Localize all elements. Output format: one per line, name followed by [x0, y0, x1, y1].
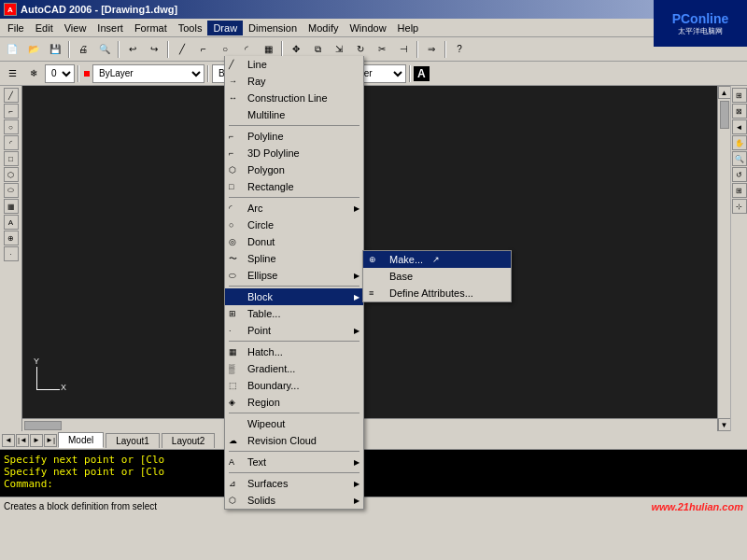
draw-hatch-tool[interactable]: ▦ — [4, 199, 19, 214]
zoom-all[interactable]: ⊠ — [732, 104, 747, 119]
menu-insert[interactable]: Insert — [92, 21, 129, 35]
ray-icon: → — [229, 77, 237, 86]
text-icon: A — [229, 457, 234, 467]
draw-ellipse-tool[interactable]: ⬭ — [4, 183, 19, 198]
zoom-realtime[interactable]: 🔍 — [732, 151, 747, 166]
menu-item-3dpolyline[interactable]: ⌐ 3D Polyline — [225, 145, 363, 161]
tab-model[interactable]: Model — [58, 432, 104, 448]
matchprop-button[interactable]: ⇒ — [421, 39, 442, 60]
print-button[interactable]: 🖨 — [73, 39, 93, 60]
menu-tools[interactable]: Tools — [173, 21, 208, 35]
new-button[interactable]: 📄 — [2, 39, 22, 60]
status-bar: Creates a block definition from select w… — [0, 497, 747, 515]
menu-item-text[interactable]: A Text — [225, 454, 363, 470]
draw-arc-tool[interactable]: ◜ — [4, 135, 19, 150]
menu-item-rectangle[interactable]: □ Rectangle — [225, 178, 363, 195]
hscroll-thumb[interactable] — [24, 421, 62, 430]
sep1 — [68, 41, 70, 58]
menu-dimension[interactable]: Dimension — [243, 21, 303, 35]
vscroll-up[interactable]: ▲ — [718, 86, 731, 99]
menu-item-region[interactable]: ◈ Region — [225, 394, 363, 411]
trim-button[interactable]: ✂ — [372, 39, 392, 60]
menu-item-block[interactable]: Block — [225, 288, 363, 305]
pline-button[interactable]: ⌐ — [193, 39, 214, 60]
zoom-prev[interactable]: ◄ — [732, 119, 747, 134]
line-button[interactable]: ╱ — [172, 39, 192, 60]
vscroll-down[interactable]: ▼ — [718, 418, 731, 431]
draw-circle-tool[interactable]: ○ — [4, 119, 19, 134]
menu-item-line[interactable]: ╱ Line — [225, 56, 363, 73]
vertical-scrollbar[interactable]: ▲ ▼ — [717, 86, 730, 431]
redo-button[interactable]: ↪ — [144, 39, 164, 60]
color-dropdown[interactable]: ByLayer — [92, 64, 204, 83]
draw-rect-tool[interactable]: □ — [4, 151, 19, 166]
draw-text-tool[interactable]: A — [4, 215, 19, 230]
open-button[interactable]: 📂 — [23, 39, 44, 60]
grid-button[interactable]: ⊞ — [732, 183, 747, 198]
menu-modify[interactable]: Modify — [303, 21, 344, 35]
menu-item-ellipse[interactable]: ⬭ Ellipse — [225, 267, 363, 284]
menu-item-solids[interactable]: ⬡ Solids — [225, 492, 363, 509]
undo-button[interactable]: ↩ — [122, 39, 143, 60]
menu-format[interactable]: Format — [129, 21, 173, 35]
menu-help[interactable]: Help — [392, 21, 425, 35]
menu-item-boundary[interactable]: ⬚ Boundary... — [225, 377, 363, 394]
zoom-window[interactable]: ⊞ — [732, 88, 747, 103]
menu-edit[interactable]: Edit — [30, 21, 59, 35]
layer-manager-button[interactable]: ☰ — [2, 63, 22, 84]
menu-item-table[interactable]: ⊞ Table... — [225, 305, 363, 322]
tab-prev-button[interactable]: ◄ — [2, 434, 15, 447]
menu-item-construction-line[interactable]: ↔ Construction Line — [225, 90, 363, 106]
tab-first-button[interactable]: |◄ — [16, 434, 29, 447]
preview-button[interactable]: 🔍 — [94, 39, 115, 60]
menu-item-spline[interactable]: 〜 Spline — [225, 250, 363, 267]
menu-item-donut[interactable]: ◎ Donut — [225, 233, 363, 250]
submenu-define-attributes[interactable]: ≡ Define Attributes... — [363, 285, 511, 301]
menu-item-wipeout[interactable]: Wipeout — [225, 415, 363, 432]
horizontal-scrollbar[interactable] — [22, 418, 717, 431]
menu-item-gradient[interactable]: ▒ Gradient... — [225, 360, 363, 377]
help-btn[interactable]: ? — [449, 39, 470, 60]
submenu-make[interactable]: ⊕ Make... ↗ — [363, 251, 511, 268]
menu-item-point[interactable]: · Point — [225, 322, 363, 339]
orbit-button[interactable]: ↺ — [732, 167, 747, 182]
menu-item-arc[interactable]: ◜ Arc — [225, 200, 363, 217]
menu-item-polyline[interactable]: ⌐ Polyline — [225, 128, 363, 145]
sep8 — [207, 65, 209, 82]
save-button[interactable]: 💾 — [45, 39, 65, 60]
draw-polygon-tool[interactable]: ⬡ — [4, 167, 19, 182]
extend-button[interactable]: ⊣ — [393, 39, 414, 60]
tab-layout1[interactable]: Layout1 — [106, 433, 160, 448]
polygon-icon: ⬡ — [229, 165, 236, 175]
layer-dropdown[interactable]: 0 — [45, 64, 75, 83]
submenu-base[interactable]: Base — [363, 268, 511, 285]
command-prompt: Command: — [4, 478, 743, 490]
menu-file[interactable]: File — [2, 21, 30, 35]
menu-view[interactable]: View — [59, 21, 92, 35]
draw-line-tool[interactable]: ╱ — [4, 88, 19, 103]
tab-layout2[interactable]: Layout2 — [162, 433, 216, 448]
menu-window[interactable]: Window — [344, 21, 391, 35]
menu-draw[interactable]: Draw — [207, 21, 243, 35]
tab-next-button[interactable]: ► — [30, 434, 43, 447]
layer-freeze-button[interactable]: ❄ — [23, 63, 44, 84]
color-swatch — [84, 71, 90, 77]
menu-item-revision-cloud[interactable]: ☁ Revision Cloud — [225, 432, 363, 449]
draw-pline-tool[interactable]: ⌐ — [4, 104, 19, 119]
menu-item-circle[interactable]: ○ Circle — [225, 217, 363, 233]
arc-icon: ◜ — [229, 203, 232, 213]
menu-item-multiline[interactable]: Multiline — [225, 106, 363, 123]
draw-block-tool[interactable]: ⊕ — [4, 231, 19, 245]
menu-item-ray[interactable]: → Ray — [225, 73, 363, 90]
menu-item-hatch[interactable]: ▦ Hatch... — [225, 343, 363, 360]
command-bar[interactable]: Specify next point or [Clo Specify next … — [0, 450, 747, 497]
sep3 — [167, 41, 169, 58]
sep-e — [229, 413, 359, 413]
vscroll-thumb[interactable] — [720, 101, 729, 129]
menu-item-surfaces[interactable]: ⊿ Surfaces — [225, 475, 363, 492]
tab-last-button[interactable]: ►| — [44, 434, 57, 447]
snap-button[interactable]: ⊹ — [732, 199, 747, 214]
pan-button[interactable]: ✋ — [732, 135, 747, 150]
menu-item-polygon[interactable]: ⬡ Polygon — [225, 161, 363, 178]
draw-point-tool[interactable]: · — [4, 246, 19, 261]
